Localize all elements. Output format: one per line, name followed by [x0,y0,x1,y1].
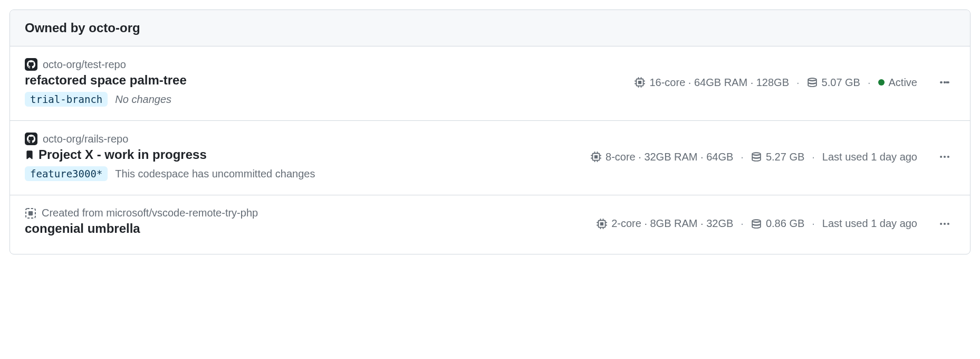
branch-note: This codespace has uncommitted changes [115,168,315,180]
storage-text: 5.07 GB [822,77,860,89]
github-icon [25,133,37,145]
branch-note: No changes [115,93,171,106]
database-icon [751,219,762,229]
codespaces-panel: Owned by octo-org octo-org/test-repo ref… [9,10,971,254]
codespace-name[interactable]: Project X - work in progress [39,147,207,162]
repo-name[interactable]: Created from microsoft/vscode-remote-try… [42,207,258,219]
codespace-name[interactable]: congenial umbrella [25,221,140,236]
svg-point-4 [944,156,946,158]
svg-rect-7 [28,211,33,215]
codespace-row: octo-org/test-repo refactored space palm… [10,46,970,121]
repo-line: octo-org/test-repo [25,58,624,71]
kebab-icon [939,77,950,88]
storage-text: 0.86 GB [766,218,804,230]
codespace-info: Created from microsoft/vscode-remote-try… [25,207,586,240]
panel-header: Owned by octo-org [10,10,970,46]
codespace-title-line: congenial umbrella [25,221,586,236]
actions-menu-button[interactable] [934,74,955,91]
database-icon [751,152,762,162]
specs-metric: 2-core · 8GB RAM · 32GB [597,218,733,230]
status-metric: Last used 1 day ago [822,218,917,230]
specs-metric: 8-core · 32GB RAM · 64GB [591,151,733,163]
specs-metric: 16-core · 64GB RAM · 128GB [635,77,789,89]
storage-metric: 5.27 GB [751,151,804,163]
template-icon [25,207,36,219]
panel-title: Owned by octo-org [25,21,140,35]
svg-point-8 [940,222,942,224]
separator: · [868,77,871,89]
separator: · [796,77,800,89]
cpu-icon [591,152,601,162]
status-text: Last used 1 day ago [822,218,917,230]
svg-point-0 [940,81,942,83]
specs-text: 2-core · 8GB RAM · 32GB [611,218,733,230]
svg-point-9 [944,222,946,224]
actions-menu-button[interactable] [934,215,955,232]
separator: · [741,151,744,163]
bookmark-icon [25,150,34,159]
codespace-title-line: refactored space palm-tree [25,73,624,88]
codespace-name[interactable]: refactored space palm-tree [25,73,187,88]
codespace-metrics: 16-core · 64GB RAM · 128GB · 5.07 GB · A… [635,74,955,91]
status-text: Active [889,77,917,89]
database-icon [807,77,818,88]
svg-point-10 [947,222,949,224]
separator: · [812,151,815,163]
codespace-metrics: 8-core · 32GB RAM · 64GB · 5.27 GB · Las… [591,148,955,165]
kebab-icon [939,218,950,230]
status-metric: Last used 1 day ago [822,151,917,163]
svg-point-5 [947,156,949,158]
svg-point-3 [940,156,942,158]
codespace-info: octo-org/rails-repo Project X - work in … [25,133,580,181]
status-dot-icon [878,79,885,86]
specs-text: 16-core · 64GB RAM · 128GB [649,77,789,89]
repo-line: octo-org/rails-repo [25,133,580,145]
status-metric: Active [878,77,917,89]
branch-tag[interactable]: trial-branch [25,92,108,107]
kebab-icon [939,151,950,163]
github-icon [25,58,37,71]
codespace-row: Created from microsoft/vscode-remote-try… [10,195,970,254]
codespace-row: octo-org/rails-repo Project X - work in … [10,121,970,195]
storage-metric: 5.07 GB [807,77,860,89]
svg-point-1 [944,81,946,83]
specs-text: 8-core · 32GB RAM · 64GB [606,151,733,163]
svg-point-2 [947,81,949,83]
cpu-icon [635,77,645,88]
repo-name[interactable]: octo-org/rails-repo [43,133,128,145]
storage-metric: 0.86 GB [751,218,804,230]
repo-line: Created from microsoft/vscode-remote-try… [25,207,586,219]
cpu-icon [597,219,607,229]
status-text: Last used 1 day ago [822,151,917,163]
branch-tag[interactable]: feature3000* [25,166,108,181]
codespace-info: octo-org/test-repo refactored space palm… [25,58,624,107]
branch-line: feature3000* This codespace has uncommit… [25,166,580,181]
branch-line: trial-branch No changes [25,92,624,107]
repo-name[interactable]: octo-org/test-repo [43,59,126,71]
storage-text: 5.27 GB [766,151,804,163]
codespace-metrics: 2-core · 8GB RAM · 32GB · 0.86 GB · Last… [597,215,955,232]
actions-menu-button[interactable] [934,148,955,165]
codespace-title-line: Project X - work in progress [25,147,580,162]
separator: · [741,218,744,230]
separator: · [812,218,815,230]
